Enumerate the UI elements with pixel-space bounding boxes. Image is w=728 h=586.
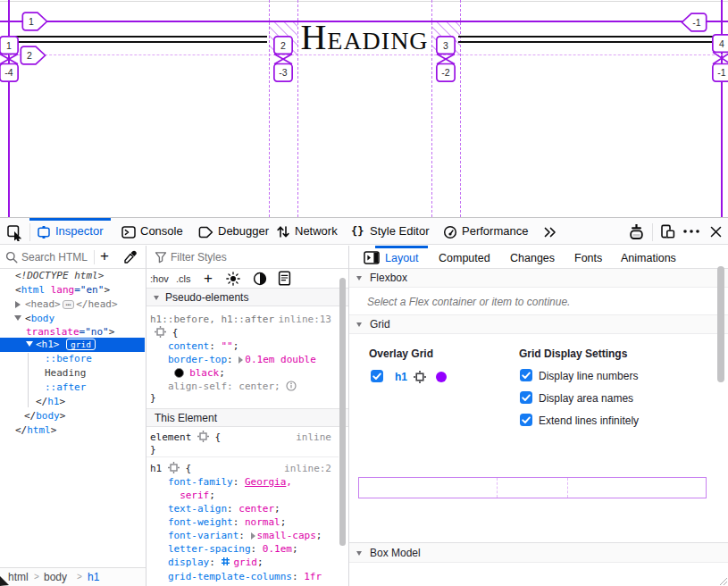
rule-location-link[interactable]: inline:13 xyxy=(278,313,331,326)
declaration-content[interactable]: content: ""; xyxy=(146,339,339,353)
breadcrumb-html[interactable]: html xyxy=(8,571,29,583)
eyedropper-icon[interactable] xyxy=(123,250,138,264)
add-node-button[interactable]: + xyxy=(100,247,109,265)
overlay-grid-item-label[interactable]: h1 xyxy=(395,371,407,383)
declaration-font-family[interactable]: font-family: Georgia, xyxy=(146,475,339,489)
markup-head-collapsed[interactable]: <head>⋯</head> xyxy=(25,297,118,312)
grid-badge[interactable]: grid xyxy=(66,339,96,350)
class-toggle[interactable]: .cls xyxy=(176,273,191,284)
property-value[interactable]: normal xyxy=(245,516,280,528)
tab-changes[interactable]: Changes xyxy=(510,252,555,264)
panel-splitter[interactable] xyxy=(348,246,349,586)
declaration-font-variant[interactable]: font-variant: small-caps; xyxy=(146,529,339,542)
declaration-border-top[interactable]: border-top: 0.1em double xyxy=(146,353,339,366)
sidebar-toggle-icon[interactable] xyxy=(364,251,380,264)
tab-animations[interactable]: Animations xyxy=(621,252,676,264)
markup-head-expander[interactable] xyxy=(15,301,21,308)
declaration-border-top-wrap[interactable]: black; xyxy=(146,366,339,380)
expand-value-icon[interactable] xyxy=(238,356,243,364)
markup-body-open[interactable]: <body xyxy=(25,312,54,326)
close-icon[interactable] xyxy=(710,226,722,238)
tab-layout[interactable]: Layout xyxy=(385,252,419,264)
declaration-letter-spacing[interactable]: letter-spacing: 0.1em; xyxy=(146,542,339,556)
overlay-grid-checkbox[interactable] xyxy=(371,370,383,382)
declaration-font-weight[interactable]: font-weight: normal; xyxy=(146,515,339,529)
tab-performance[interactable]: Performance xyxy=(462,224,528,238)
rule-location-link[interactable]: inline:2 xyxy=(284,462,331,475)
markup-body-expander[interactable] xyxy=(14,315,21,321)
breadcrumb-body[interactable]: body xyxy=(44,571,67,583)
grid-header[interactable]: Grid xyxy=(349,315,728,334)
property-name[interactable]: text-align xyxy=(168,503,227,515)
box-model-header[interactable]: Box Model xyxy=(349,542,728,563)
rule-selector[interactable]: h1::before, h1::after xyxy=(150,314,274,325)
tab-network[interactable]: Network xyxy=(295,224,338,238)
inactive-info-icon[interactable] xyxy=(286,381,297,391)
declaration-display[interactable]: display: grid; xyxy=(146,556,339,569)
markup-h1-after[interactable]: ::after xyxy=(45,381,86,395)
property-value[interactable]: center xyxy=(238,503,274,515)
property-value[interactable]: serif xyxy=(180,490,209,501)
layout-scrollbar[interactable] xyxy=(717,266,724,382)
display-area-names-checkbox[interactable] xyxy=(520,391,532,404)
selector-highlighter-icon[interactable] xyxy=(168,462,180,473)
property-name[interactable]: font-weight xyxy=(168,516,233,528)
light-theme-icon[interactable] xyxy=(226,272,240,286)
display-area-names-label[interactable]: Display area names xyxy=(539,392,633,405)
display-line-numbers-label[interactable]: Display line numbers xyxy=(539,370,638,382)
rule-selector[interactable]: element xyxy=(150,431,191,443)
extend-lines-infinitely-checkbox[interactable] xyxy=(520,414,532,426)
display-line-numbers-checkbox[interactable] xyxy=(520,369,532,381)
meatball-menu-icon[interactable] xyxy=(682,228,700,235)
tab-inspector[interactable]: Inspector xyxy=(55,224,103,238)
dark-theme-icon[interactable] xyxy=(253,272,267,286)
markup-html-open[interactable]: <html lang="en"> xyxy=(15,283,110,297)
expand-value-icon[interactable] xyxy=(251,532,255,540)
grid-toggle-icon[interactable] xyxy=(221,557,230,566)
tab-debugger[interactable]: Debugger xyxy=(218,224,269,238)
pick-element-icon[interactable] xyxy=(7,225,23,241)
declaration-grid-template-columns[interactable]: grid-template-columns: 1fr xyxy=(146,570,339,583)
property-name[interactable]: letter-spacing xyxy=(168,543,251,555)
search-input[interactable]: Search HTML xyxy=(21,251,88,264)
flexbox-header[interactable]: Flexbox xyxy=(349,269,728,288)
tab-console[interactable]: Console xyxy=(140,224,183,238)
print-media-icon[interactable] xyxy=(278,271,291,286)
tab-style-editor[interactable]: Style Editor xyxy=(370,224,429,238)
markup-selected-row[interactable]: <h1> grid xyxy=(0,338,145,352)
property-value[interactable]: Georgia xyxy=(245,476,286,488)
declaration-text-align[interactable]: text-align: center; xyxy=(146,502,339,515)
property-name[interactable]: border-top xyxy=(168,354,227,365)
markup-h1-text[interactable]: Heading xyxy=(45,366,86,381)
markup-h1-before[interactable]: ::before xyxy=(45,352,92,366)
property-value[interactable]: small-caps xyxy=(257,530,316,541)
pseudo-class-toggle[interactable]: :hov xyxy=(150,273,169,284)
property-name[interactable]: display xyxy=(168,557,209,568)
tab-computed[interactable]: Computed xyxy=(439,252,490,264)
property-value[interactable]: 1fr xyxy=(304,571,322,582)
rule-selector[interactable]: h1 xyxy=(150,463,162,474)
filter-styles-input[interactable]: Filter Styles xyxy=(171,251,227,264)
property-value[interactable]: "" xyxy=(221,340,232,352)
responsive-design-mode-icon[interactable] xyxy=(660,224,675,239)
rule-location-link[interactable]: inline xyxy=(296,431,331,444)
markup-h1-expander[interactable] xyxy=(26,341,33,347)
markup-h1-close[interactable]: </h1> xyxy=(36,395,65,409)
breadcrumb-h1[interactable]: h1 xyxy=(88,571,99,583)
screenshot-icon[interactable] xyxy=(628,223,645,240)
grid-outline-preview[interactable] xyxy=(358,477,707,498)
markup-body-close[interactable]: </body> xyxy=(24,409,65,423)
grid-color-swatch[interactable] xyxy=(436,372,447,382)
property-name[interactable]: content xyxy=(168,340,209,352)
declaration-font-family-wrap[interactable]: serif; xyxy=(146,489,339,502)
property-value[interactable]: 0.1em double xyxy=(245,354,315,365)
property-value[interactable]: 0.1em xyxy=(263,543,292,555)
property-value[interactable]: grid xyxy=(233,557,257,568)
extend-lines-infinitely-label[interactable]: Extend lines infinitely xyxy=(539,414,639,427)
add-rule-button[interactable]: + xyxy=(204,270,213,288)
color-swatch[interactable] xyxy=(174,368,184,378)
selector-highlighter-icon[interactable] xyxy=(197,431,209,442)
property-name[interactable]: grid-template-columns xyxy=(168,571,292,582)
property-name[interactable]: font-family xyxy=(168,476,233,488)
section-this-element[interactable]: This Element xyxy=(146,408,348,427)
